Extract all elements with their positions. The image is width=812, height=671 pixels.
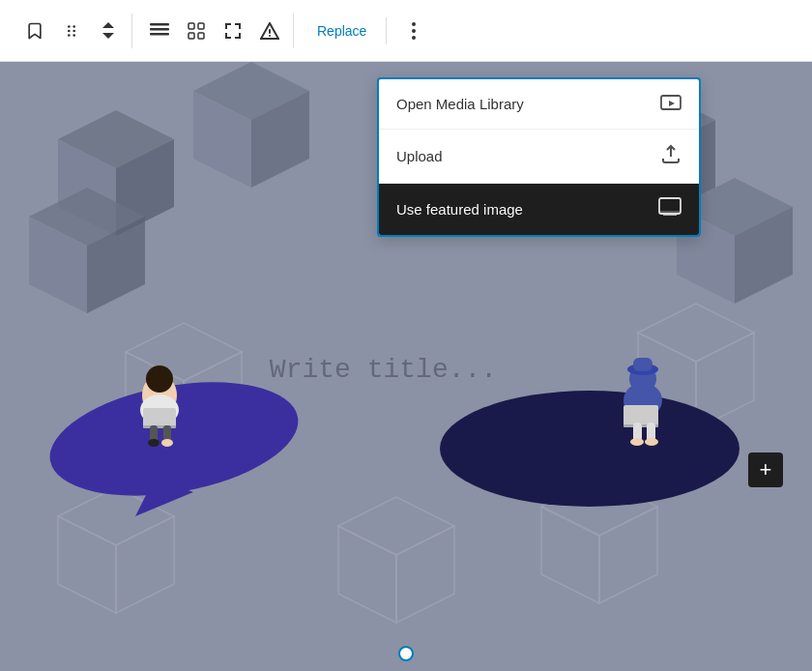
content-area: Write title... Open Media Library Upload… [0,62,812,671]
bookmark-button[interactable] [17,14,52,48]
svg-point-0 [68,25,71,28]
drag-button[interactable] [54,14,89,48]
svg-rect-51 [143,408,176,427]
svg-point-16 [412,29,416,33]
replace-button[interactable]: Replace [304,17,380,44]
bottom-circle-indicator [398,646,414,661]
plus-button[interactable]: + [748,452,783,487]
svg-point-5 [72,34,75,37]
toolbar: Replace [0,0,812,62]
grid-button[interactable] [179,14,214,48]
toolbar-group-block [12,14,132,48]
svg-point-17 [412,36,416,40]
featured-image-icon [658,197,682,221]
toolbar-group-replace: Replace [298,17,387,44]
svg-point-66 [630,438,644,446]
svg-rect-10 [198,23,204,29]
svg-point-67 [645,438,658,446]
svg-point-50 [146,365,173,393]
align-button[interactable] [142,14,177,48]
upload-item[interactable]: Upload [379,130,699,184]
open-media-library-item[interactable]: Open Media Library [379,79,699,130]
svg-rect-11 [188,33,194,39]
svg-rect-9 [188,23,194,29]
svg-rect-12 [198,33,204,39]
replace-dropdown-menu: Open Media Library Upload Use featured i… [377,77,701,237]
svg-rect-8 [150,33,169,36]
featured-image-label: Use featured image [396,201,523,218]
upload-label: Upload [396,148,443,164]
expand-button[interactable] [216,14,250,48]
svg-point-2 [68,29,71,32]
svg-point-57 [440,391,740,507]
open-media-label: Open Media Library [396,96,524,112]
svg-point-4 [68,34,71,37]
svg-marker-72 [669,101,675,106]
svg-point-3 [72,29,75,32]
svg-point-15 [412,22,416,26]
svg-point-14 [269,35,271,37]
svg-point-56 [161,439,173,447]
svg-rect-74 [659,211,681,214]
warning-button[interactable] [252,14,287,48]
svg-point-55 [148,439,160,447]
use-featured-image-item[interactable]: Use featured image [379,184,699,235]
svg-point-1 [72,25,75,28]
svg-rect-6 [150,23,169,26]
svg-rect-13 [269,29,271,34]
more-options-button[interactable] [396,14,431,48]
toolbar-group-format [136,14,294,48]
upload-icon [660,143,682,169]
up-down-button[interactable] [91,14,126,48]
svg-rect-7 [150,28,169,31]
svg-rect-60 [633,358,652,371]
toolbar-group-more [391,14,437,48]
media-library-icon [660,93,682,115]
